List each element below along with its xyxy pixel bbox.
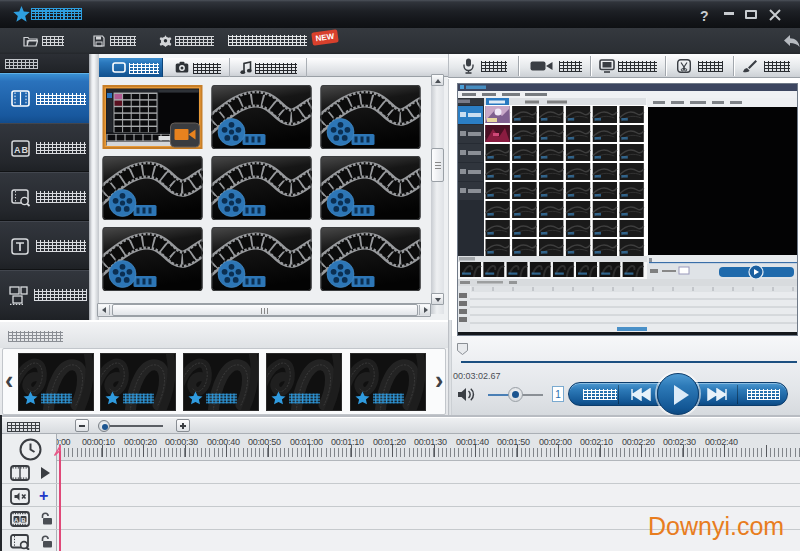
svg-text:B: B <box>22 145 29 155</box>
svg-text:A: A <box>14 517 19 523</box>
svg-text:A: A <box>14 145 21 155</box>
svg-text:B: B <box>21 517 26 523</box>
